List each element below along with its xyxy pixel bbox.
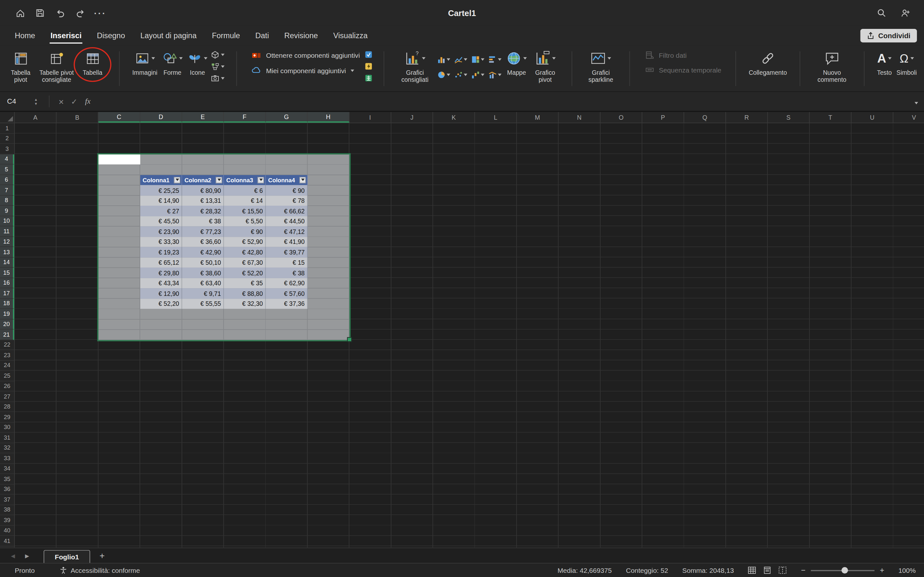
- table-cell[interactable]: € 42,80: [224, 247, 266, 257]
- row-header[interactable]: 5: [0, 164, 14, 174]
- table-cell[interactable]: € 55,55: [182, 298, 224, 309]
- table-cell[interactable]: € 52,20: [224, 268, 266, 278]
- row-header[interactable]: 22: [0, 340, 14, 350]
- ribbon-tab[interactable]: Visualizza: [326, 26, 375, 45]
- chevron-down-icon[interactable]: [608, 57, 611, 60]
- zoom-slider[interactable]: [811, 570, 874, 571]
- scatter-chart-button[interactable]: [453, 68, 469, 81]
- status-media[interactable]: Media: 42,669375: [558, 567, 612, 574]
- chevron-down-icon[interactable]: [221, 53, 225, 55]
- row-header[interactable]: 1: [0, 123, 14, 134]
- row-header[interactable]: 15: [0, 268, 14, 278]
- page-layout-view-icon[interactable]: [763, 566, 772, 574]
- table-cell[interactable]: € 35: [224, 278, 266, 288]
- sheet-tab-foglio1[interactable]: Foglio1: [43, 550, 90, 563]
- table-cell[interactable]: € 65,12: [140, 257, 182, 268]
- column-header[interactable]: E: [182, 112, 224, 122]
- select-all-corner[interactable]: [0, 112, 15, 123]
- table-cell[interactable]: € 37,36: [266, 298, 307, 309]
- column-header[interactable]: H: [307, 112, 349, 122]
- pivot-table-button[interactable]: Tabella pivot: [5, 47, 37, 84]
- zoom-percentage[interactable]: 100%: [898, 567, 916, 574]
- table-cell[interactable]: € 19,23: [140, 247, 182, 257]
- row-header[interactable]: 2: [0, 134, 14, 144]
- new-comment-button[interactable]: Nuovo commento: [811, 47, 853, 84]
- chevron-down-icon[interactable]: [351, 69, 354, 72]
- table-cell[interactable]: € 66,62: [266, 206, 307, 216]
- chevron-down-icon[interactable]: [204, 57, 208, 60]
- row-header[interactable]: 16: [0, 278, 14, 288]
- filter-dropdown-icon[interactable]: [174, 177, 180, 183]
- page-break-view-icon[interactable]: [779, 566, 787, 574]
- row-header[interactable]: 33: [0, 453, 14, 463]
- table-cell[interactable]: € 12,90: [140, 288, 182, 298]
- row-header[interactable]: 17: [0, 288, 14, 298]
- column-chart-button[interactable]: [436, 52, 451, 66]
- row-header[interactable]: 32: [0, 443, 14, 453]
- column-header[interactable]: M: [517, 112, 559, 122]
- table-header-cell[interactable]: Colonna2: [182, 175, 224, 185]
- ribbon-tab[interactable]: Formule: [204, 26, 248, 45]
- stepper-up-icon[interactable]: ▲: [34, 98, 38, 101]
- link-button[interactable]: Collegamento: [746, 47, 789, 77]
- chevron-down-icon[interactable]: [422, 57, 425, 60]
- chevron-down-icon[interactable]: [151, 57, 155, 60]
- row-header[interactable]: 9: [0, 206, 14, 216]
- table-cell[interactable]: € 14: [224, 195, 266, 206]
- table-cell[interactable]: € 29,80: [140, 268, 182, 278]
- row-header[interactable]: 4: [0, 154, 14, 164]
- table-cell[interactable]: € 57,60: [266, 288, 307, 298]
- ribbon-tab[interactable]: Home: [7, 26, 43, 45]
- table-cell[interactable]: € 28,32: [182, 206, 224, 216]
- column-header[interactable]: B: [56, 112, 98, 122]
- 3d-models-button[interactable]: [211, 50, 225, 60]
- bar-chart-button[interactable]: [487, 52, 503, 66]
- table-cell[interactable]: € 80,90: [182, 185, 224, 195]
- chevron-down-icon[interactable]: [464, 74, 467, 76]
- sparklines-button[interactable]: Grafici sparkline: [583, 47, 619, 84]
- smartart-button[interactable]: [211, 61, 225, 71]
- row-header[interactable]: 34: [0, 464, 14, 474]
- my-addins-button[interactable]: Miei componenti aggiuntivi: [252, 66, 360, 76]
- table-cell[interactable]: € 47,12: [266, 226, 307, 237]
- chevron-down-icon[interactable]: [481, 74, 485, 76]
- table-cell[interactable]: € 27: [140, 206, 182, 216]
- row-header[interactable]: 30: [0, 422, 14, 433]
- column-header[interactable]: V: [893, 112, 924, 122]
- table-cell[interactable]: € 44,50: [266, 216, 307, 226]
- table-cell[interactable]: € 9,71: [182, 288, 224, 298]
- images-button[interactable]: Immagini: [130, 47, 160, 77]
- share-people-icon[interactable]: [899, 7, 911, 19]
- filter-dropdown-icon[interactable]: [299, 177, 306, 183]
- addin-sheet-button[interactable]: [364, 73, 372, 83]
- table-cell[interactable]: € 90: [266, 185, 307, 195]
- column-header[interactable]: F: [224, 112, 266, 122]
- table-cell[interactable]: € 25,25: [140, 185, 182, 195]
- table-cell[interactable]: € 32,30: [224, 298, 266, 309]
- table-header-cell[interactable]: Colonna4: [266, 175, 307, 185]
- undo-icon[interactable]: [54, 7, 66, 19]
- addin-power-button[interactable]: [364, 61, 372, 71]
- chevron-down-icon[interactable]: [179, 57, 183, 60]
- chevron-down-icon[interactable]: [221, 77, 225, 79]
- formula-bar-expand-icon[interactable]: [915, 96, 924, 106]
- column-header[interactable]: Q: [684, 112, 726, 122]
- chevron-down-icon[interactable]: [910, 57, 914, 60]
- table-cell[interactable]: € 50,10: [182, 257, 224, 268]
- sheet-next-icon[interactable]: ▶: [20, 553, 34, 563]
- table-cell[interactable]: € 23,90: [140, 226, 182, 237]
- more-commands-icon[interactable]: ···: [94, 7, 106, 19]
- column-header[interactable]: J: [391, 112, 433, 122]
- combo-chart-button[interactable]: [487, 68, 503, 81]
- chevron-down-icon[interactable]: [447, 74, 450, 76]
- column-header[interactable]: K: [433, 112, 475, 122]
- ribbon-tab[interactable]: Disegno: [89, 26, 132, 45]
- pie-chart-button[interactable]: [436, 68, 451, 81]
- filter-dropdown-icon[interactable]: [258, 177, 264, 183]
- save-icon[interactable]: [34, 7, 46, 19]
- filter-dropdown-icon[interactable]: [216, 177, 222, 183]
- hierarchy-chart-button[interactable]: [470, 52, 486, 66]
- chevron-down-icon[interactable]: [221, 65, 225, 68]
- accessibility-status[interactable]: Accessibilità: conforme: [60, 566, 140, 574]
- zoom-out-icon[interactable]: −: [801, 566, 806, 575]
